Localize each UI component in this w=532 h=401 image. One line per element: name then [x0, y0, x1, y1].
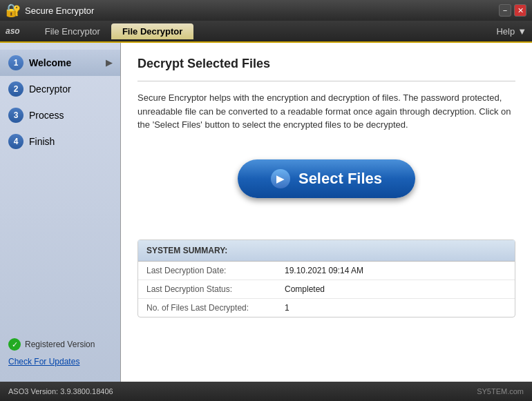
step-4-circle: 4	[8, 134, 23, 149]
app-icon: 🔐	[6, 3, 21, 18]
sidebar-steps: 1 Welcome ▶ 2 Decryptor 3 Process 4 Fini…	[0, 50, 120, 155]
content-description: Secure Encryptor helps with the encrypti…	[137, 91, 515, 132]
summary-label-files: No. of Files Last Decrypted:	[146, 303, 285, 313]
registered-badge: ✓ Registered Version	[8, 338, 112, 351]
title-bar-controls: − ✕	[499, 4, 526, 17]
system-summary: SYSTEM SUMMARY: Last Decryption Date: 19…	[137, 239, 515, 317]
select-files-label: Select Files	[298, 170, 382, 188]
summary-value-status: Completed	[285, 284, 325, 294]
summary-row-files: No. of Files Last Decrypted: 1	[138, 299, 515, 317]
select-files-button[interactable]: ▶ Select Files	[238, 159, 415, 198]
title-bar: 🔐 Secure Encryptor − ✕	[0, 0, 532, 21]
app-logo: aso	[6, 26, 20, 36]
step-2-label: Decryptor	[29, 84, 71, 95]
step-1-circle: 1	[8, 55, 23, 70]
content-area: Decrypt Selected Files Secure Encryptor …	[121, 43, 532, 382]
step-2-circle: 2	[8, 81, 23, 97]
sidebar-item-welcome[interactable]: 1 Welcome ▶	[0, 50, 120, 76]
play-icon: ▶	[271, 169, 290, 188]
sidebar-item-finish[interactable]: 4 Finish	[0, 128, 120, 155]
step-3-label: Process	[29, 110, 64, 121]
title-divider	[137, 81, 515, 81]
window-title: Secure Encryptor	[25, 6, 94, 16]
registered-label: Registered Version	[25, 340, 95, 349]
menu-bar: aso File Encryptor File Decryptor Help ▼	[0, 21, 532, 43]
sidebar-item-decryptor[interactable]: 2 Decryptor	[0, 76, 120, 102]
summary-header: SYSTEM SUMMARY:	[138, 240, 515, 262]
summary-row-status: Last Decryption Status: Completed	[138, 280, 515, 299]
check-icon: ✓	[8, 338, 21, 351]
help-menu[interactable]: Help ▼	[496, 26, 526, 37]
tab-file-encryptor[interactable]: File Encryptor	[34, 23, 111, 39]
close-button[interactable]: ✕	[514, 4, 526, 17]
sidebar-item-process[interactable]: 3 Process	[0, 102, 120, 128]
summary-value-date: 19.10.2021 09:14 AM	[285, 266, 363, 275]
summary-label-date: Last Decryption Date:	[146, 266, 285, 275]
sidebar-bottom: ✓ Registered Version Check For Updates	[0, 330, 120, 375]
select-files-area: ▶ Select Files	[137, 132, 515, 233]
sidebar: 1 Welcome ▶ 2 Decryptor 3 Process 4 Fini…	[0, 43, 121, 382]
step-4-label: Finish	[29, 136, 55, 147]
summary-value-files: 1	[285, 303, 289, 313]
tab-file-decryptor[interactable]: File Decryptor	[111, 23, 193, 39]
minimize-button[interactable]: −	[499, 4, 511, 17]
main-area: 1 Welcome ▶ 2 Decryptor 3 Process 4 Fini…	[0, 43, 532, 382]
check-updates-link[interactable]: Check For Updates	[8, 357, 79, 366]
content-title: Decrypt Selected Files	[137, 57, 515, 71]
branding-label: SY5TEM.com	[477, 387, 524, 395]
title-bar-left: 🔐 Secure Encryptor	[6, 3, 94, 18]
status-bar: ASO3 Version: 3.9.3800.18406 SY5TEM.com	[0, 382, 532, 401]
step-1-label: Welcome	[29, 57, 71, 68]
summary-label-status: Last Decryption Status:	[146, 284, 285, 294]
step-3-circle: 3	[8, 108, 23, 123]
version-label: ASO3 Version: 3.9.3800.18406	[8, 387, 113, 395]
chevron-down-icon: ▼	[517, 26, 526, 37]
step-1-arrow: ▶	[106, 58, 112, 68]
summary-row-date: Last Decryption Date: 19.10.2021 09:14 A…	[138, 262, 515, 280]
menu-tabs: File Encryptor File Decryptor	[34, 23, 497, 39]
help-label: Help	[496, 26, 515, 37]
